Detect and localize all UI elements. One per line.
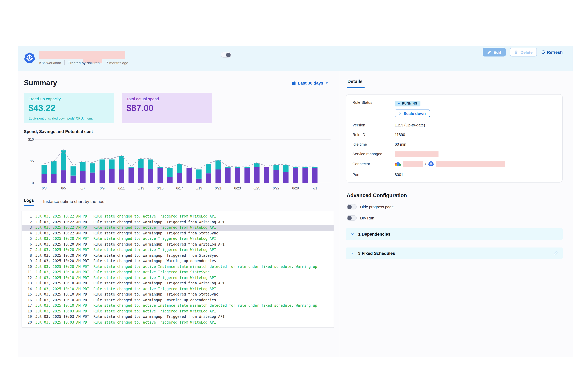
created-by-user[interactable]: saikiran: [87, 60, 100, 65]
rule-status-badge: RUNNING: [395, 100, 420, 106]
play-icon: [398, 102, 400, 105]
scale-down-label: Scale down: [404, 111, 426, 116]
svg-text:0: 0: [32, 181, 34, 185]
log-message: Jul 03, 2025 10:10 AM PDT Rule state cha…: [35, 303, 317, 308]
log-row[interactable]: 10Jul 03, 2025 10:20 AM PDT Rule state c…: [22, 264, 334, 270]
log-message: Jul 03, 2025 10:22 AM PDT Rule state cha…: [35, 214, 216, 219]
edit-button[interactable]: Edit: [483, 48, 506, 56]
log-row[interactable]: 11Jul 03, 2025 10:10 AM PDT Rule state c…: [22, 270, 334, 275]
chart-title: Spend, Savings and Potential cost: [24, 129, 334, 134]
log-row[interactable]: 19Jul 03, 2025 10:03 AM PDT Rule state c…: [22, 314, 334, 320]
log-row[interactable]: 14Jul 03, 2025 10:10 AM PDT Rule state c…: [22, 286, 334, 292]
pencil-icon: [487, 50, 491, 54]
log-message: Jul 03, 2025 10:10 AM PDT Rule state cha…: [35, 280, 225, 286]
log-row[interactable]: 16Jul 03, 2025 10:10 AM PDT Rule state c…: [22, 297, 334, 303]
fixed-schedules-label: 3 Fixed Schedules: [358, 251, 395, 256]
rule-id-label: Rule ID: [352, 132, 395, 137]
page-header: K8s workload Created by saikiran 7 month…: [18, 46, 573, 71]
log-row[interactable]: 1Jul 03, 2025 10:22 AM PDT Rule state ch…: [22, 214, 334, 219]
chevron-down-icon: [350, 251, 354, 255]
log-row[interactable]: 18Jul 03, 2025 10:03 AM PDT Rule state c…: [22, 308, 334, 314]
log-message: Jul 03, 2025 10:03 AM PDT Rule state cha…: [35, 320, 216, 325]
log-message: Jul 03, 2025 10:10 AM PDT Rule state cha…: [35, 297, 216, 303]
log-line-number: 19: [22, 314, 32, 320]
refresh-button-label: Refresh: [547, 50, 563, 54]
svg-text:$10: $10: [28, 138, 34, 142]
rule-status-label: Rule Status: [352, 100, 395, 104]
advanced-configuration-title: Advanced Configuration: [347, 192, 563, 198]
svg-text:6/11: 6/11: [118, 186, 125, 190]
log-message: Jul 03, 2025 10:03 AM PDT Rule state cha…: [35, 308, 216, 314]
tab-instance-uptime[interactable]: Instance uptime chart by the hour: [43, 199, 106, 206]
log-row[interactable]: 5Jul 03, 2025 10:20 AM PDT Rule state ch…: [22, 236, 334, 242]
delete-button[interactable]: Delete: [510, 48, 537, 56]
log-row[interactable]: 15Jul 03, 2025 10:10 AM PDT Rule state c…: [22, 292, 334, 297]
log-message: Jul 03, 2025 10:20 AM PDT Rule state cha…: [35, 258, 216, 264]
tab-details[interactable]: Details: [348, 71, 362, 84]
log-line-number: 7: [22, 247, 32, 253]
idle-time-label: Idle time: [352, 142, 395, 146]
card-label: Freed-up capacity: [28, 96, 110, 101]
port-label: Port: [352, 172, 395, 177]
kubernetes-icon: [24, 52, 35, 64]
log-row[interactable]: 7Jul 03, 2025 10:20 AM PDT Rule state ch…: [22, 247, 334, 253]
version-label: Version: [352, 122, 395, 127]
log-line-number: 20: [22, 320, 32, 325]
log-row[interactable]: 13Jul 03, 2025 10:10 AM PDT Rule state c…: [22, 280, 334, 286]
log-row[interactable]: 2Jul 03, 2025 10:22 AM PDT Rule state ch…: [22, 219, 334, 225]
log-line-number: 4: [22, 230, 32, 236]
log-row[interactable]: 17Jul 03, 2025 10:10 AM PDT Rule state c…: [22, 303, 334, 308]
service-managed-redacted: [395, 152, 438, 157]
log-message: Jul 03, 2025 10:20 AM PDT Rule state cha…: [35, 264, 317, 270]
svg-text:6/9: 6/9: [100, 186, 104, 190]
port-value: 8001: [395, 172, 403, 177]
log-line-number: 9: [22, 258, 32, 264]
hide-progress-page-toggle[interactable]: [347, 204, 357, 210]
date-range-selector[interactable]: Last 30 days: [292, 81, 328, 85]
fixed-schedules-expander[interactable]: 3 Fixed Schedules: [346, 248, 563, 259]
dry-run-label: Dry Run: [360, 216, 374, 220]
dependencies-expander[interactable]: 1 Dependencies: [346, 228, 563, 240]
dry-run-toggle[interactable]: [347, 215, 357, 220]
log-row[interactable]: 6Jul 03, 2025 10:20 AM PDT Rule state ch…: [22, 242, 334, 247]
log-row[interactable]: 12Jul 03, 2025 10:10 AM PDT Rule state c…: [22, 275, 334, 280]
log-message: Jul 03, 2025 10:20 AM PDT Rule state cha…: [35, 236, 216, 242]
app-frame: K8s workload Created by saikiran 7 month…: [18, 46, 573, 357]
log-line-number: 15: [22, 292, 32, 297]
date-range-label: Last 30 days: [298, 81, 323, 85]
log-message: Jul 03, 2025 10:10 AM PDT Rule state cha…: [35, 286, 216, 292]
refresh-icon: [541, 50, 545, 54]
log-row[interactable]: 4Jul 03, 2025 10:22 AM PDT Rule state ch…: [22, 230, 334, 236]
edit-pencil-icon[interactable]: [554, 251, 558, 256]
svg-text:6/21: 6/21: [215, 186, 222, 190]
log-row[interactable]: 20Jul 03, 2025 10:03 AM PDT Rule state c…: [22, 320, 334, 325]
svg-text:6/27: 6/27: [273, 186, 280, 190]
log-message: Jul 03, 2025 10:22 AM PDT Rule state cha…: [35, 219, 225, 225]
svg-text:$5: $5: [30, 159, 34, 163]
logs-panel[interactable]: 1Jul 03, 2025 10:22 AM PDT Rule state ch…: [22, 210, 334, 328]
workload-enabled-toggle[interactable]: [220, 52, 231, 58]
log-row[interactable]: 8Jul 03, 2025 10:20 AM PDT Rule state ch…: [22, 253, 334, 258]
card-value: $43.22: [28, 103, 110, 113]
refresh-button[interactable]: Refresh: [541, 50, 563, 54]
log-row[interactable]: 9Jul 03, 2025 10:20 AM PDT Rule state ch…: [22, 258, 334, 264]
spend-savings-chart: $10$506/36/56/76/96/116/136/156/176/196/…: [24, 134, 334, 194]
total-actual-spend-card: Total actual spend $87.00: [122, 92, 212, 123]
log-message: Jul 03, 2025 10:20 AM PDT Rule state cha…: [35, 247, 216, 253]
log-line-number: 10: [22, 264, 32, 270]
scale-down-button[interactable]: Scale down: [395, 110, 430, 117]
log-line-number: 14: [22, 286, 32, 292]
edit-button-label: Edit: [494, 50, 501, 54]
tab-logs[interactable]: Logs: [24, 198, 34, 206]
log-line-number: 13: [22, 280, 32, 286]
svg-text:6/17: 6/17: [176, 186, 183, 190]
svg-text:6/19: 6/19: [196, 186, 202, 190]
delete-button-label: Delete: [520, 50, 533, 54]
rule-id-value: 11890: [395, 132, 405, 137]
workload-title-redacted: [39, 51, 125, 59]
log-row[interactable]: 3Jul 03, 2025 10:22 AM PDT Rule state ch…: [22, 225, 334, 230]
rule-status-value: RUNNING: [402, 102, 417, 105]
chart-svg: $10$506/36/56/76/96/116/136/156/176/196/…: [24, 134, 334, 193]
details-card: Rule Status RUNNING Scale down: [346, 94, 563, 182]
log-line-number: 6: [22, 242, 32, 247]
